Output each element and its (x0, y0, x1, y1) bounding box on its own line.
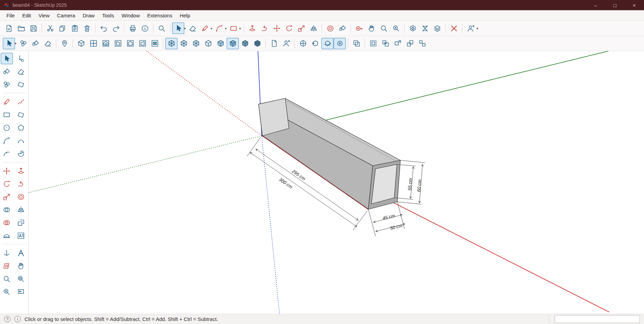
three-point-arc-button[interactable] (1, 148, 13, 159)
polygon-tool-button[interactable] (15, 122, 27, 133)
face-style-back-edges-button[interactable] (178, 38, 190, 49)
scale-button[interactable] (295, 22, 307, 34)
info-icon[interactable]: i (14, 316, 21, 322)
follow-me-button[interactable] (15, 178, 27, 190)
walk-tool-button[interactable] (15, 260, 27, 272)
close-button[interactable]: × (625, 0, 644, 10)
menu-draw[interactable]: Draw (79, 10, 98, 20)
print-button[interactable] (126, 22, 139, 34)
undo-button[interactable] (97, 22, 110, 34)
zoom-camera-button[interactable] (321, 38, 334, 49)
eraser-tool-button[interactable] (42, 38, 54, 49)
chevron-down-icon[interactable]: ▾ (15, 42, 16, 45)
push-pull-button[interactable] (246, 22, 258, 34)
arrange-corner-button[interactable] (392, 38, 404, 49)
rotate-button[interactable] (1, 178, 13, 190)
measurements-input[interactable] (555, 315, 640, 323)
new-file-button[interactable] (3, 22, 15, 34)
arrange-stack-button[interactable] (379, 38, 392, 49)
rectangle-tool-button[interactable] (227, 22, 240, 34)
scale-button[interactable] (1, 191, 13, 202)
axes-tool-button[interactable] (1, 247, 13, 259)
face-style-monochrome-button[interactable] (239, 38, 251, 49)
menu-tools[interactable]: Tools (98, 10, 118, 20)
3d-warehouse-button[interactable] (407, 22, 419, 34)
send-to-layout-button[interactable] (448, 22, 460, 34)
arc-tool-button[interactable] (213, 22, 225, 34)
arrange-swap-button[interactable] (404, 38, 416, 49)
chevron-down-icon[interactable]: ▾ (211, 27, 212, 30)
menu-edit[interactable]: Edit (18, 10, 35, 20)
search-sketchup-button[interactable] (155, 22, 168, 34)
dim-label-outer-width[interactable]: 50 cm (389, 223, 403, 231)
dim-label-inner-width[interactable]: 45 cm (382, 213, 395, 221)
beam-model[interactable] (259, 98, 400, 209)
rectangle-tool-button[interactable] (1, 109, 13, 120)
flip-button[interactable] (307, 22, 320, 34)
paint-bucket-button[interactable] (29, 38, 42, 49)
move-button[interactable] (271, 22, 283, 34)
select-tool-button[interactable] (3, 38, 15, 49)
face-style-shaded-button[interactable] (214, 38, 227, 49)
chevron-down-icon[interactable]: ▾ (184, 27, 186, 30)
model-info-button[interactable] (139, 22, 151, 34)
view-iso-button[interactable] (75, 38, 87, 49)
push-pull-button[interactable] (15, 165, 27, 177)
lasso-select-button[interactable] (15, 53, 27, 64)
zoom-extents-button[interactable] (1, 286, 13, 297)
menu-camera[interactable]: Camera (53, 10, 79, 20)
3d-text-button[interactable] (15, 247, 27, 259)
add-location-button[interactable] (58, 38, 71, 49)
open-file-button[interactable] (15, 22, 27, 34)
zoom-button[interactable] (378, 22, 390, 34)
solid-tools-button[interactable] (15, 217, 27, 228)
menu-file[interactable]: File (3, 10, 18, 20)
arrange-bounds-button[interactable] (367, 38, 379, 49)
chevron-down-icon[interactable]: ▾ (225, 27, 227, 30)
beam-end-opening[interactable] (371, 164, 397, 204)
select-overlap-button[interactable] (350, 38, 363, 49)
paint-bucket-button[interactable] (1, 66, 13, 77)
look-around-button[interactable] (334, 38, 346, 49)
view-front-button[interactable] (99, 38, 112, 49)
make-component-button[interactable] (1, 79, 13, 90)
account-button[interactable] (464, 22, 477, 34)
two-point-arc-button[interactable] (15, 135, 27, 146)
pie-tool-button[interactable] (15, 148, 27, 159)
freehand-tool-button[interactable] (15, 96, 27, 108)
dim-label-outer-length[interactable]: 300 cm (278, 177, 293, 190)
previous-view-button[interactable] (15, 286, 27, 297)
intersect-button[interactable] (1, 204, 13, 215)
view-top-button[interactable] (87, 38, 99, 49)
protractor-button[interactable] (1, 230, 13, 241)
menu-help[interactable]: Help (176, 10, 194, 20)
face-style-hidden-line-button[interactable] (202, 38, 214, 49)
menu-extensions[interactable]: Extensions (143, 10, 176, 20)
menu-window[interactable]: Window (118, 10, 143, 20)
paint-bucket-button[interactable] (336, 22, 349, 34)
follow-me-button[interactable] (258, 22, 271, 34)
minimize-button[interactable]: – (586, 0, 605, 10)
face-style-x-ray-button[interactable] (165, 38, 178, 49)
view-back-button[interactable] (124, 38, 136, 49)
move-button[interactable] (1, 165, 13, 177)
orbit-button[interactable] (297, 38, 309, 49)
face-style-shaded-with-textures-button[interactable] (227, 38, 239, 49)
text-tool-button[interactable] (15, 230, 27, 241)
view-left-button[interactable] (136, 38, 149, 49)
flip-button[interactable] (15, 204, 27, 215)
arrange-distribute-button[interactable] (416, 38, 428, 49)
menu-view[interactable]: View (35, 10, 53, 20)
offset-button[interactable] (15, 191, 27, 202)
dim-label-inner-height[interactable]: 55 cm (407, 178, 413, 191)
pan-button[interactable] (365, 22, 378, 34)
offset-button[interactable] (324, 22, 336, 34)
chevron-down-icon[interactable]: ▾ (476, 27, 478, 30)
stamp-tool-button[interactable] (15, 79, 27, 90)
dim-label-outer-height[interactable]: 60 cm (416, 179, 422, 192)
tags-button[interactable] (431, 22, 443, 34)
cut-button[interactable] (44, 22, 56, 34)
zoom-extents-button[interactable] (390, 22, 402, 34)
outer-shell-button[interactable] (1, 217, 13, 228)
paste-button[interactable] (68, 22, 81, 34)
